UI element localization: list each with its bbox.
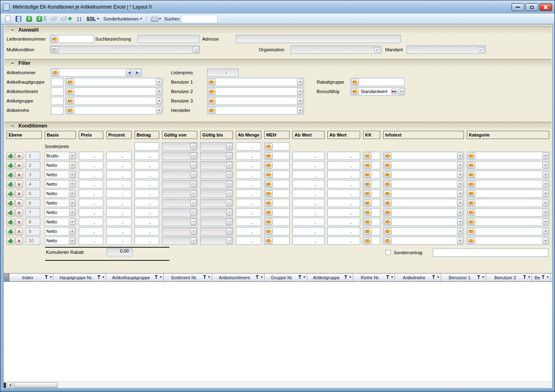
dropdown-button[interactable] xyxy=(457,228,463,235)
basis-select[interactable]: Netto xyxy=(45,218,76,226)
delete-row-button[interactable]: × xyxy=(15,228,23,235)
lookup-button[interactable] xyxy=(265,171,273,178)
lookup-button[interactable] xyxy=(384,237,392,244)
sondervertrag-checkbox[interactable] xyxy=(386,250,391,255)
ab-wert2-input[interactable] xyxy=(327,208,360,217)
brackets-button[interactable]: [ ] xyxy=(75,14,84,23)
lookup-button[interactable] xyxy=(384,171,392,178)
print-button[interactable] xyxy=(150,14,162,23)
grid-column-header[interactable]: Be xyxy=(532,273,550,281)
prozent-input[interactable] xyxy=(106,171,132,179)
dropdown-button[interactable] xyxy=(398,88,404,95)
lookup-button[interactable] xyxy=(468,200,475,206)
ab-wert2-input[interactable] xyxy=(327,199,360,207)
lookup-button[interactable] xyxy=(364,190,372,197)
kategorie-select[interactable] xyxy=(467,208,549,217)
meh-select[interactable] xyxy=(264,189,290,198)
grid-column-header[interactable]: Artikelsortiment xyxy=(212,273,265,281)
basis-select[interactable]: Netto xyxy=(45,237,76,245)
add-row-button[interactable] xyxy=(7,228,14,235)
lookup-button[interactable] xyxy=(364,181,372,187)
sondervertrag-input[interactable] xyxy=(433,248,548,257)
dropdown-button[interactable] xyxy=(156,88,162,95)
dropdown-button[interactable] xyxy=(297,88,303,95)
add-row-button[interactable] xyxy=(7,237,14,245)
ab-wert2-input[interactable] xyxy=(327,189,360,198)
prev-button[interactable]: ◀ xyxy=(126,69,133,76)
meh-select[interactable] xyxy=(264,227,290,235)
add-row-button[interactable] xyxy=(7,209,14,217)
lookup-button[interactable] xyxy=(468,219,475,225)
preis-input[interactable] xyxy=(79,171,103,179)
dropdown-button[interactable] xyxy=(69,181,75,187)
grid-column-header[interactable]: Sortiment Nr. xyxy=(164,273,212,281)
add-row-button[interactable] xyxy=(7,199,14,207)
infotext-select[interactable] xyxy=(383,227,464,235)
lookup-button[interactable] xyxy=(66,79,74,85)
lookup-button[interactable] xyxy=(384,228,392,235)
expand-button[interactable]: ▶▶ xyxy=(391,89,397,94)
dropdown-button[interactable] xyxy=(297,98,303,104)
lookup-button[interactable] xyxy=(351,79,359,85)
scrollbar-thumb[interactable] xyxy=(14,382,57,388)
scroll-left-button[interactable] xyxy=(7,382,13,388)
prozent-input[interactable] xyxy=(106,208,132,217)
infotext-select[interactable] xyxy=(383,199,464,207)
kategorie-select[interactable] xyxy=(467,189,549,198)
lookup-button[interactable] xyxy=(384,209,392,216)
filter-icon[interactable] xyxy=(386,275,390,279)
ab-wert1-input[interactable] xyxy=(292,199,324,207)
delete-row-button[interactable]: × xyxy=(15,162,23,169)
dropdown-button[interactable] xyxy=(542,181,548,187)
dropdown-button[interactable] xyxy=(457,237,463,244)
lookup-button[interactable] xyxy=(364,162,372,169)
add-row-button[interactable] xyxy=(7,171,14,179)
lookup-button[interactable] xyxy=(265,200,273,206)
dropdown-button[interactable] xyxy=(156,107,162,114)
lookup-button[interactable] xyxy=(265,228,273,235)
basis-select[interactable]: Netto xyxy=(45,208,76,217)
lookup-button[interactable] xyxy=(265,143,273,150)
basis-select[interactable]: Netto xyxy=(45,227,76,235)
dropdown-button[interactable] xyxy=(542,171,548,178)
ab-menge-input[interactable] xyxy=(236,180,261,188)
prozent-input[interactable] xyxy=(106,237,132,245)
new-button[interactable] xyxy=(3,14,12,23)
row-selector-header[interactable] xyxy=(4,273,9,281)
lookup-button[interactable] xyxy=(52,69,59,76)
grid-column-header[interactable]: Artikelreihe xyxy=(395,273,441,281)
lookup-button[interactable] xyxy=(364,153,372,159)
sonderpreis-abmenge-input[interactable] xyxy=(236,142,261,150)
chevron-down-icon[interactable] xyxy=(208,276,210,278)
filter-icon[interactable] xyxy=(203,275,207,279)
lieferantennummer-field[interactable] xyxy=(50,35,94,43)
lookup-button[interactable] xyxy=(364,237,372,244)
lookup-button[interactable] xyxy=(66,88,74,95)
lookup-button[interactable] xyxy=(208,98,216,104)
kategorie-select[interactable] xyxy=(467,180,549,188)
grid-column-header[interactable]: Gruppe Nr. xyxy=(265,273,307,281)
benutzer3-select[interactable] xyxy=(207,97,304,105)
ab-wert2-input[interactable] xyxy=(327,171,360,179)
dropdown-button[interactable] xyxy=(542,190,548,197)
ab-wert1-input[interactable] xyxy=(292,180,324,188)
lookup-button[interactable] xyxy=(384,162,392,169)
mandant-checkbox[interactable]: ✓ xyxy=(479,47,484,52)
rabattgruppe-field[interactable] xyxy=(350,78,405,86)
delete-row-button[interactable]: × xyxy=(15,199,23,207)
refresh-list-button[interactable]: 2 xyxy=(35,14,48,23)
grid-column-header[interactable]: Benutzer 2 xyxy=(486,273,532,281)
lookup-button[interactable] xyxy=(208,88,216,95)
lookup-button[interactable] xyxy=(265,190,273,197)
horizontal-scrollbar[interactable] xyxy=(4,381,552,388)
meh-select[interactable] xyxy=(264,152,290,160)
kategorie-select[interactable] xyxy=(467,218,549,226)
collapse-toggle[interactable]: − xyxy=(10,28,14,32)
lookup-button[interactable] xyxy=(51,36,59,42)
add-row-button[interactable] xyxy=(7,162,14,169)
collapse-toggle[interactable]: − xyxy=(10,61,14,65)
ab-wert1-input[interactable] xyxy=(292,152,324,160)
lookup-button[interactable] xyxy=(468,171,475,178)
grid-column-header[interactable]: Hauptgruppe Nr. xyxy=(54,273,106,281)
lookup-button[interactable] xyxy=(364,200,372,206)
